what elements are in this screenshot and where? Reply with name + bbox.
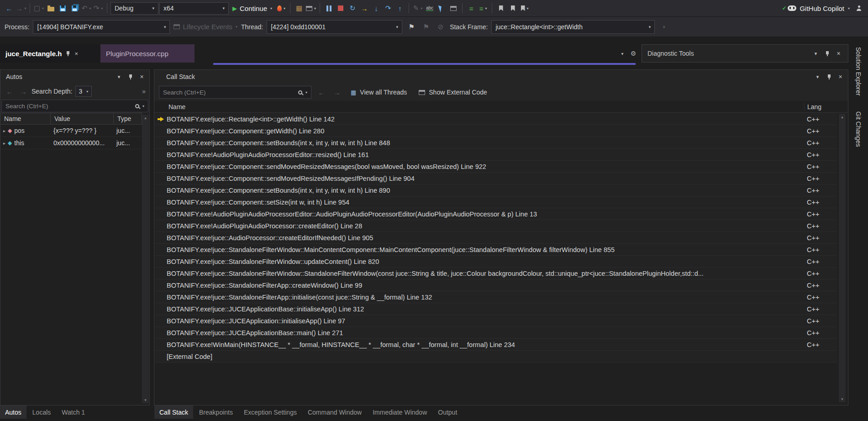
toggle-bookmark-icon[interactable]: [495, 2, 506, 14]
solution-platform-dropdown[interactable]: x64 ▾: [159, 2, 229, 15]
tab-juce-rectangle-h[interactable]: juce_Rectangle.h ×: [0, 44, 100, 63]
window-layout-icon[interactable]: [448, 2, 459, 14]
autos-forward-icon[interactable]: →: [18, 85, 29, 97]
show-next-statement-icon[interactable]: →: [359, 2, 370, 14]
tab-watch-1[interactable]: Watch 1: [57, 405, 90, 419]
variable-row[interactable]: ▸◆pos{x=??? y=??? }juc...: [0, 125, 142, 137]
call-stack-frame[interactable]: BOTANIFY.exe!juce::Component::setBounds(…: [155, 184, 837, 196]
stop-debugging-icon[interactable]: [335, 2, 346, 14]
tab-autos[interactable]: Autos: [0, 405, 26, 419]
thread-suspend-icon[interactable]: ⊘: [435, 21, 446, 33]
previous-bookmark-icon[interactable]: [507, 2, 518, 14]
call-stack-frame[interactable]: BOTANIFY.exe!juce::StandaloneFilterApp::…: [155, 279, 837, 291]
rail-tab-solution-explorer[interactable]: Solution Explorer: [855, 47, 862, 96]
next-frame-icon[interactable]: →: [331, 86, 342, 98]
tab-pluginprocessor-cpp[interactable]: PluginProcessor.cpp: [100, 44, 195, 63]
autos-search-input[interactable]: [5, 103, 132, 110]
autos-panel-title-bar[interactable]: Autos ▾ ×: [0, 70, 149, 84]
close-icon[interactable]: ×: [835, 71, 846, 82]
call-stack-frame[interactable]: BOTANIFY.exe!juce::Component::sendMovedR…: [155, 161, 837, 173]
rail-tab-git-changes[interactable]: Git Changes: [855, 111, 862, 147]
diagnostic-tools-panel-header[interactable]: Diagnostic Tools ▾ ×: [642, 44, 848, 63]
step-out-icon[interactable]: ↑: [395, 2, 405, 14]
call-stack-frame[interactable]: BOTANIFY.exe!AudioPluginAudioProcessorEd…: [155, 149, 837, 161]
process-dropdown[interactable]: [14904] BOTANIFY.exe ▾: [33, 20, 170, 34]
pointer-select-icon[interactable]: [436, 2, 447, 14]
close-icon[interactable]: ×: [136, 71, 147, 82]
close-icon[interactable]: ×: [833, 48, 844, 59]
search-icon[interactable]: [135, 104, 139, 108]
tab-output[interactable]: Output: [433, 405, 462, 419]
call-stack-frame[interactable]: BOTANIFY.exe!juce::Component::setSize(in…: [155, 196, 837, 208]
pin-tab-icon[interactable]: [66, 51, 70, 57]
autos-scrollbar[interactable]: ▴ ▾: [142, 115, 149, 403]
code-cleanup-icon[interactable]: ✎▾: [412, 2, 423, 14]
call-stack-search-input[interactable]: [163, 89, 295, 96]
show-flagged-threads-icon[interactable]: ⚑: [421, 21, 431, 33]
pin-icon[interactable]: [821, 48, 833, 59]
call-stack-frame[interactable]: BOTANIFY.exe!juce::StandaloneFilterWindo…: [155, 244, 837, 256]
call-stack-frame[interactable]: BOTANIFY.exe!juce::AudioProcessor::creat…: [155, 232, 837, 244]
call-stack-frame[interactable]: BOTANIFY.exe!juce::Component::sendMovedR…: [155, 173, 837, 184]
call-stack-scrollbar[interactable]: ▴ ▾: [839, 114, 846, 402]
scroll-up-icon[interactable]: ▴: [144, 116, 147, 120]
window-position-chevron-icon[interactable]: ▾: [113, 71, 125, 82]
chevron-down-icon[interactable]: ▾: [305, 90, 307, 95]
window-position-chevron-icon[interactable]: ▾: [810, 48, 821, 59]
scroll-down-icon[interactable]: ▾: [144, 398, 147, 402]
redo-icon[interactable]: ↷▾: [93, 2, 104, 14]
lifecycle-events-button[interactable]: Lifecycle Events ▾: [174, 21, 237, 33]
tab-breakpoints[interactable]: Breakpoints: [194, 405, 238, 419]
previous-frame-icon[interactable]: ←: [316, 86, 327, 98]
open-folder-icon[interactable]: [45, 2, 56, 14]
pin-icon[interactable]: [823, 71, 835, 82]
call-stack-frame[interactable]: BOTANIFY.exe!juce::JUCEApplication::init…: [155, 315, 837, 327]
scroll-down-icon[interactable]: ▾: [841, 397, 843, 401]
new-project-icon[interactable]: ▢▾: [33, 2, 44, 14]
comment-lines-icon[interactable]: ≡: [466, 2, 477, 14]
continue-button[interactable]: ▶ Continue ▾: [230, 2, 275, 14]
uncomment-lines-icon[interactable]: ≡▾: [478, 2, 489, 14]
editor-horizontal-scrollbar[interactable]: [213, 63, 636, 65]
performance-profiler-icon[interactable]: ▦: [294, 2, 305, 14]
show-external-code-button[interactable]: Show External Code: [415, 86, 491, 99]
user-profile-icon[interactable]: [853, 2, 864, 14]
window-position-chevron-icon[interactable]: ▾: [812, 71, 823, 82]
variable-row[interactable]: ▸◆this0x00000000000...juc...: [0, 137, 142, 149]
search-depth-dropdown[interactable]: 3 ▾: [75, 86, 92, 97]
search-icon[interactable]: [298, 90, 302, 95]
toolbar-options-overflow-icon[interactable]: ▾: [658, 21, 669, 33]
tab-call-stack[interactable]: Call Stack: [154, 405, 193, 419]
tab-command-window[interactable]: Command Window: [303, 405, 367, 419]
github-copilot-button[interactable]: ✓ GitHub Copilot ▾: [779, 2, 852, 14]
close-tab-icon[interactable]: ×: [74, 50, 78, 57]
call-stack-frame[interactable]: BOTANIFY.exe!WinMain(HINSTANCE__ * __for…: [155, 339, 837, 351]
active-files-dropdown-icon[interactable]: ▾: [617, 48, 627, 58]
chevron-down-icon[interactable]: ▾: [142, 104, 144, 108]
call-stack-frame[interactable]: BOTANIFY.exe!juce::JUCEApplicationBase::…: [155, 303, 837, 315]
navigate-backward-icon[interactable]: ←: [4, 2, 15, 14]
undo-icon[interactable]: ↶▾: [81, 2, 92, 14]
flag-thread-icon[interactable]: ⚑: [406, 21, 417, 33]
call-stack-frame[interactable]: BOTANIFY.exe!juce::Component::setBounds(…: [155, 137, 837, 149]
spell-checker-icon[interactable]: abc: [424, 2, 435, 14]
pin-icon[interactable]: [125, 71, 136, 82]
toolbar-overflow-icon[interactable]: »: [142, 88, 146, 95]
editor-options-gear-icon[interactable]: ⚙: [628, 48, 638, 58]
next-bookmark-icon[interactable]: ▾: [519, 2, 530, 14]
restart-icon[interactable]: ↻: [347, 2, 358, 14]
debug-windows-icon[interactable]: ▾: [305, 2, 316, 14]
hot-reload-icon[interactable]: ▾: [276, 2, 287, 14]
call-stack-frame[interactable]: BOTANIFY.exe!juce::StandaloneFilterWindo…: [155, 256, 837, 268]
solution-configuration-dropdown[interactable]: Debug ▾: [110, 2, 158, 15]
expand-arrow-icon[interactable]: ▸: [3, 141, 5, 146]
tab-immediate-window[interactable]: Immediate Window: [368, 405, 432, 419]
thread-dropdown[interactable]: [4224] 0xdd100001 ▾: [267, 20, 402, 34]
autos-back-icon[interactable]: ←: [4, 85, 15, 97]
stack-frame-dropdown[interactable]: juce::Rectangle<int>::getWidth ▾: [491, 20, 655, 34]
call-stack-frame[interactable]: BOTANIFY.exe!AudioPluginAudioProcessorEd…: [155, 208, 837, 220]
call-stack-frame[interactable]: BOTANIFY.exe!juce::JUCEApplicationBase::…: [155, 327, 837, 339]
call-stack-frame[interactable]: BOTANIFY.exe!AudioPluginAudioProcessor::…: [155, 220, 837, 232]
expand-arrow-icon[interactable]: ▸: [3, 128, 5, 133]
call-stack-frame[interactable]: [External Code]: [155, 351, 837, 363]
